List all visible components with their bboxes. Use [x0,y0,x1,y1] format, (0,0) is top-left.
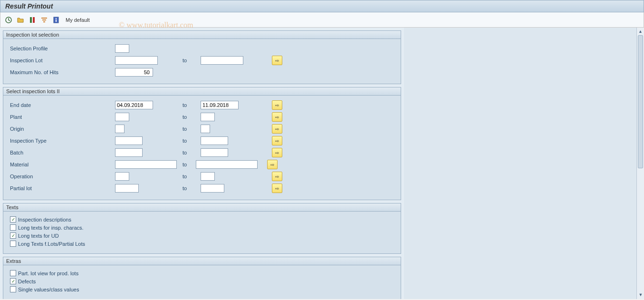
batch-to-input[interactable] [201,148,228,157]
group-extras: Extras Part. lot view for prod. lots Def… [3,257,401,299]
selection-profile-input[interactable] [115,44,129,53]
info-button[interactable] [51,15,61,25]
long-texts-ud-checkbox[interactable] [10,232,16,239]
to-label: to [182,174,201,179]
svg-rect-4 [42,19,46,20]
partial-lot-from-input[interactable] [115,184,139,193]
scroll-thumb[interactable] [638,35,643,168]
checkbox-label[interactable]: Defects [18,279,36,284]
end-date-from-input[interactable] [115,101,153,109]
group-inspection-lot-selection: Inspection lot selection Selection Profi… [3,30,401,84]
group-header: Extras [3,257,401,265]
checkbox-label[interactable]: Long Texts f.Lots/Partial Lots [18,241,85,247]
to-label: to [182,150,201,155]
to-label: to [182,126,201,132]
max-hits-input[interactable] [115,68,153,77]
arrow-right-icon: ⇨ [275,103,279,108]
defects-checkbox[interactable] [10,278,16,284]
execute-button[interactable] [3,15,14,25]
arrow-right-icon: ⇨ [275,174,279,179]
inspection-lot-label: Inspection Lot [8,58,115,63]
end-date-to-input[interactable] [201,101,239,109]
select-icon [29,16,36,24]
material-to-input[interactable] [196,160,258,169]
clock-execute-icon [5,16,12,24]
to-label: to [182,102,201,108]
material-from-input[interactable] [115,160,177,169]
multiple-selection-button[interactable]: ⇨ [267,160,278,169]
multiple-selection-button[interactable]: ⇨ [272,100,282,110]
group-header: Select inspection lots II [3,87,401,96]
end-date-label: End date [8,102,115,108]
right-empty-pane: ▲ ▼ [404,28,644,299]
group-select-inspection-lots-ii: Select inspection lots II End date to ⇨ … [3,87,401,200]
inspection-lot-from-input[interactable] [115,56,158,65]
operation-label: Operation [8,174,115,179]
scroll-up-icon[interactable]: ▲ [637,28,644,35]
partial-lot-to-input[interactable] [201,184,224,193]
multiple-selection-button[interactable]: ⇨ [272,124,282,134]
my-default-button[interactable]: My default [66,17,90,23]
origin-label: Origin [8,126,115,132]
inspection-type-to-input[interactable] [201,136,228,145]
folder-icon [17,16,24,24]
long-texts-lots-partial-checkbox[interactable] [10,241,16,247]
inspection-descriptions-checkbox[interactable] [10,216,16,223]
multiple-selection-button[interactable]: ⇨ [272,172,282,181]
arrow-right-icon: ⇨ [275,150,279,155]
arrow-right-icon: ⇨ [275,186,279,191]
info-icon [52,16,60,24]
dynamic-selections-button[interactable] [39,15,49,25]
batch-from-input[interactable] [115,148,143,157]
part-lot-view-checkbox[interactable] [10,270,16,276]
svg-rect-8 [56,19,57,22]
arrow-right-icon: ⇨ [270,162,274,167]
scroll-down-icon[interactable]: ▼ [637,291,644,298]
svg-rect-1 [30,17,32,23]
svg-rect-7 [56,18,57,19]
multiple-selection-button[interactable]: ⇨ [272,56,282,65]
inspection-type-label: Inspection Type [8,138,115,144]
to-label: to [182,138,201,144]
origin-to-input[interactable] [201,125,210,133]
checkbox-label[interactable]: Long texts for UD [18,233,59,239]
operation-from-input[interactable] [115,172,129,181]
multiple-selection-button[interactable]: ⇨ [272,148,282,157]
inspection-type-from-input[interactable] [115,136,143,145]
material-label: Material [8,162,115,167]
get-variant-button[interactable] [15,15,26,25]
filter-icon [40,16,48,24]
partial-lot-label: Partial lot [8,185,115,191]
vertical-scrollbar[interactable]: ▲ ▼ [636,28,644,299]
to-label: to [182,114,201,120]
checkbox-label[interactable]: Single values/class values [18,287,79,292]
inspection-lot-to-input[interactable] [201,56,243,65]
plant-to-input[interactable] [201,113,215,121]
arrow-right-icon: ⇨ [275,115,279,120]
toolbar: My default [0,12,644,28]
origin-from-input[interactable] [115,125,125,133]
checkbox-label[interactable]: Inspection descriptions [18,217,71,223]
svg-rect-2 [33,17,35,23]
arrow-right-icon: ⇨ [275,126,279,132]
multiple-selection-button[interactable]: ⇨ [272,184,282,193]
arrow-right-icon: ⇨ [275,138,279,144]
operation-to-input[interactable] [201,172,215,181]
content-area: Inspection lot selection Selection Profi… [0,28,404,299]
to-label: to [182,58,201,63]
single-values-checkbox[interactable] [10,286,16,292]
to-label: to [182,162,196,167]
multiple-selection-button[interactable]: ⇨ [272,136,282,145]
group-texts: Texts Inspection descriptions Long texts… [3,203,401,254]
multiple-selection-button[interactable]: ⇨ [272,112,282,122]
select-all-button[interactable] [27,15,38,25]
svg-rect-3 [41,18,47,19]
checkbox-label[interactable]: Long texts for insp. characs. [18,225,84,231]
long-texts-insp-characs-checkbox[interactable] [10,224,16,231]
plant-label: Plant [8,114,115,120]
plant-from-input[interactable] [115,113,129,121]
checkbox-label[interactable]: Part. lot view for prod. lots [18,271,78,276]
group-header: Inspection lot selection [3,31,401,39]
page-title: Result Printout [0,0,644,12]
content-wrapper: Inspection lot selection Selection Profi… [0,28,644,299]
